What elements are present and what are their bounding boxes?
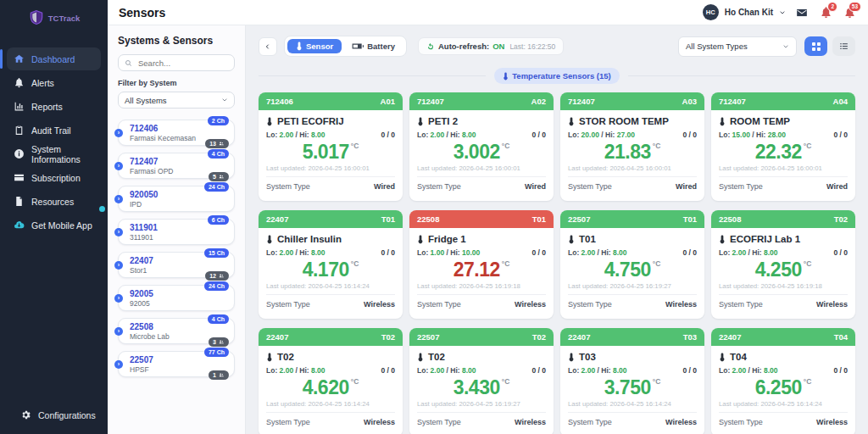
sensor-card[interactable]: 22407T02T02Lo: 2.00 / Hi: 8.000 / 04.620… — [259, 328, 403, 434]
system-list-item[interactable]: ›22507HPSF77 Ch1 — [118, 351, 235, 377]
card-system-id: 22508 — [719, 214, 741, 224]
sensor-card-header: 22407T03 — [560, 328, 704, 346]
thermometer-icon — [719, 353, 726, 362]
sidebar-item-system-informations[interactable]: System Informations — [7, 142, 101, 165]
system-list-item[interactable]: ›920059200524 Ch — [118, 285, 235, 311]
lo-value: 2.00 — [732, 248, 747, 257]
chevron-right-dot-icon[interactable]: › — [114, 360, 123, 369]
chevron-right-dot-icon[interactable]: › — [114, 228, 123, 236]
system-list-item[interactable]: ›22508Microbe Lab4 Ch3 — [118, 318, 235, 344]
sensor-card-footer: System TypeWireless — [568, 412, 697, 426]
temperature-unit: °C — [351, 259, 359, 268]
connection-type: Wireless — [665, 418, 697, 426]
system-list-item[interactable]: ›22407Stor115 Ch12 — [118, 252, 235, 278]
sensor-card[interactable]: 22507T01T01Lo: 2.00 / Hi: 8.000 / 04.750… — [560, 210, 704, 319]
hi-label: Hi: — [450, 131, 459, 139]
sidebar-item-alerts[interactable]: Alerts — [7, 71, 101, 94]
alarm-ratio: 0 / 0 — [682, 366, 697, 375]
sensor-cards-grid: 712406A01PETI ECOFRIJLo: 2.00 / Hi: 8.00… — [259, 92, 855, 434]
temperature-row: 3.750°C — [568, 376, 697, 399]
lo-label: Lo: — [568, 366, 579, 375]
sidebar-item-resources[interactable]: Resources — [7, 190, 101, 213]
sensor-card[interactable]: 712407A04ROOM TEMPLo: 15.00 / Hi: 28.000… — [711, 92, 855, 201]
sidebar-item-audit-trail[interactable]: Audit Trail — [7, 119, 101, 142]
tab-battery[interactable]: Battery — [343, 39, 403, 53]
chevron-down-icon[interactable] — [779, 9, 786, 16]
sensor-card-footer: System TypeWireless — [417, 412, 546, 426]
chevron-right-dot-icon[interactable]: › — [114, 195, 123, 203]
lo-hi-separator: / — [296, 131, 298, 139]
sidebar-item-get-mobile-app[interactable]: Get Mobile App — [7, 214, 101, 236]
system-type-label: System Type — [568, 300, 612, 309]
sidebar-item-reports[interactable]: Reports — [7, 95, 101, 118]
temperature-value: 5.017 — [303, 141, 349, 163]
sensor-card-body: PETI 2Lo: 2.00 / Hi: 8.000 / 03.002°CLas… — [409, 110, 554, 172]
shield-logo-icon — [28, 9, 45, 26]
user-cluster: HC Ho Chan Kit 2 53 — [703, 4, 856, 20]
chevron-right-dot-icon[interactable]: › — [114, 162, 123, 170]
auto-refresh-chip[interactable]: Auto-refresh: ON Last: 16:22:50 — [418, 37, 564, 55]
sensor-card[interactable]: 22407T01Chiller InsulinLo: 2.00 / Hi: 8.… — [259, 210, 403, 319]
system-list-item[interactable]: ›920050IPD24 Ch — [118, 186, 235, 212]
mail-icon[interactable] — [795, 7, 809, 19]
channel-count-badge: 24 Ch — [204, 182, 229, 192]
system-list-item[interactable]: ›3119013119016 Ch — [118, 219, 235, 245]
thermometer-icon — [568, 353, 575, 362]
sensor-card[interactable]: 22508T01Fridge 1Lo: 1.00 / Hi: 10.000 / … — [409, 210, 554, 319]
sensor-name-row: Chiller Insulin — [266, 234, 395, 244]
list-view-button[interactable] — [832, 36, 855, 56]
sensor-battery-toggle: Sensor Battery — [284, 36, 407, 57]
sensor-card[interactable]: 22407T04T04Lo: 2.00 / Hi: 8.000 / 06.250… — [711, 328, 855, 434]
sensor-card[interactable]: 712407A02PETI 2Lo: 2.00 / Hi: 8.000 / 03… — [409, 92, 554, 201]
sensor-card-header: 712407A04 — [711, 92, 855, 110]
sensor-card[interactable]: 712407A03STOR ROOM TEMPLo: 20.00 / Hi: 2… — [560, 92, 704, 201]
lo-hi-values: Lo: 2.00 / Hi: 8.00 — [719, 366, 778, 375]
tab-sensor[interactable]: Sensor — [287, 39, 342, 53]
sensor-card[interactable]: 22407T03T03Lo: 2.00 / Hi: 8.000 / 03.750… — [560, 328, 704, 434]
sensor-card[interactable]: 712406A01PETI ECOFRIJLo: 2.00 / Hi: 8.00… — [259, 92, 403, 201]
chevron-right-dot-icon[interactable]: › — [114, 327, 123, 336]
channel-count-badge: 15 Ch — [204, 248, 229, 258]
back-button[interactable] — [259, 37, 277, 56]
chevron-right-dot-icon[interactable]: › — [114, 294, 123, 303]
chevron-down-icon — [221, 97, 228, 103]
sidebar-item-subscription[interactable]: Subscription — [7, 166, 101, 189]
avatar[interactable]: HC — [703, 4, 719, 20]
user-name[interactable]: Ho Chan Kit — [725, 8, 773, 17]
sensor-name: ROOM TEMP — [730, 116, 790, 126]
grid-view-button[interactable] — [804, 36, 827, 56]
search-input[interactable] — [136, 58, 228, 69]
lo-hi-values: Lo: 2.00 / Hi: 8.00 — [719, 248, 778, 257]
card-channel-code: A04 — [833, 97, 848, 106]
system-filter-select[interactable]: All Systems — [118, 92, 235, 108]
lo-label: Lo: — [266, 248, 277, 257]
thermometer-icon — [719, 235, 726, 244]
lo-hi-values: Lo: 2.00 / Hi: 8.00 — [568, 366, 627, 375]
sidebar-bottom: Configurations — [7, 403, 101, 427]
chevron-right-dot-icon[interactable]: › — [114, 129, 123, 137]
alarm-ratio: 0 / 0 — [833, 248, 848, 257]
sensor-card[interactable]: 22507T02T02Lo: 2.00 / Hi: 8.000 / 03.430… — [409, 328, 554, 434]
hi-label: Hi: — [450, 366, 459, 375]
sensor-card-footer: System TypeWireless — [568, 294, 697, 309]
system-type-select[interactable]: All System Types — [678, 36, 797, 57]
info-icon — [14, 148, 25, 159]
alert-bell-2[interactable]: 53 — [843, 6, 856, 19]
lo-hi-row: Lo: 2.00 / Hi: 8.000 / 0 — [568, 366, 697, 375]
sensor-card-footer: System TypeWireless — [719, 412, 848, 426]
hi-value: 8.00 — [613, 366, 627, 375]
alert-bell-1[interactable]: 2 — [820, 6, 832, 19]
temperature-row: 27.12°C — [417, 259, 546, 281]
divider-line — [628, 75, 855, 76]
chart-icon — [14, 101, 25, 112]
last-updated: Last updated: 2026-04-25 16:00:01 — [719, 164, 848, 172]
sidebar-item-dashboard[interactable]: Dashboard — [7, 47, 101, 70]
hi-value: 27.00 — [617, 131, 635, 139]
card-channel-code: T02 — [532, 332, 546, 342]
sensor-card[interactable]: 22508T02ECOFRIJ Lab 1Lo: 2.00 / Hi: 8.00… — [711, 210, 855, 319]
system-list-item[interactable]: ›712406Farmasi Kecemasan2 Ch13 — [118, 120, 235, 146]
sidebar-item-configurations[interactable]: Configurations — [14, 403, 94, 426]
chevron-right-dot-icon[interactable]: › — [114, 261, 123, 270]
system-list-item[interactable]: ›712407Farmasi OPD4 Ch5 — [118, 153, 235, 179]
last-updated: Last updated: 2026-04-25 16:14:24 — [266, 400, 395, 408]
